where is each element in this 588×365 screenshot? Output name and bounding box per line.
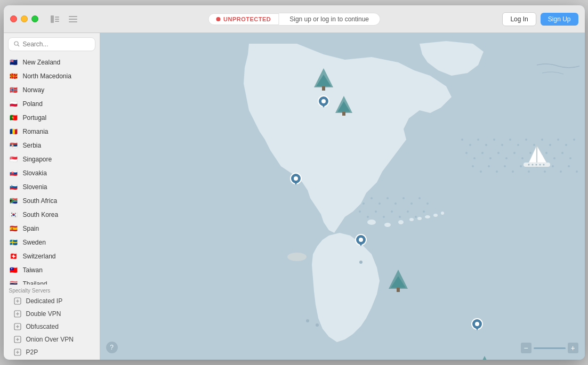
menu-icon[interactable]	[66, 14, 80, 25]
minimize-button[interactable]	[21, 15, 28, 22]
svg-point-31	[509, 139, 511, 141]
svg-rect-108	[342, 112, 345, 116]
fullscreen-button[interactable]	[31, 15, 38, 22]
specialty-item[interactable]: Dedicated IP	[9, 295, 94, 307]
country-item[interactable]: 🇵🇹 Portugal	[5, 111, 99, 125]
svg-point-52	[561, 152, 563, 154]
svg-rect-6	[69, 21, 77, 22]
traffic-lights	[10, 15, 38, 22]
sidebar: 🇳🇿 New Zealand 🇲🇰 North Macedonia 🇳🇴 Nor…	[4, 33, 100, 360]
svg-point-79	[367, 216, 369, 218]
svg-point-74	[402, 197, 405, 199]
flag-icon: 🇳🇴	[9, 85, 19, 95]
svg-point-58	[504, 165, 506, 167]
country-item[interactable]: 🇸🇬 Singapore	[5, 152, 99, 166]
svg-point-41	[473, 157, 476, 159]
country-item[interactable]: 🇪🇸 Spain	[5, 222, 99, 236]
search-input[interactable]	[23, 40, 90, 48]
country-name: Slovakia	[23, 169, 47, 177]
svg-point-67	[576, 171, 578, 173]
svg-point-29	[493, 139, 495, 141]
zoom-out-button[interactable]: −	[521, 343, 531, 353]
specialty-item[interactable]: Onion Over VPN	[9, 333, 94, 346]
svg-point-120	[359, 238, 363, 242]
svg-point-7	[14, 42, 18, 45]
search-icon	[14, 41, 20, 48]
specialty-section: Specialty Servers Dedicated IP Double VP…	[4, 285, 100, 360]
svg-point-118	[294, 176, 298, 181]
titlebar-center: UNPROTECTED Sign up or log in to continu…	[208, 13, 380, 26]
svg-point-33	[525, 139, 527, 141]
svg-point-85	[415, 216, 417, 218]
svg-point-40	[465, 152, 468, 154]
country-item[interactable]: 🇿🇦 South Africa	[5, 194, 99, 208]
country-name: New Zealand	[23, 59, 61, 66]
country-item[interactable]: 🇸🇰 Slovakia	[5, 166, 99, 180]
signup-button[interactable]: Sign Up	[541, 13, 578, 26]
country-name: Slovenia	[23, 183, 47, 191]
close-button[interactable]	[10, 15, 17, 22]
svg-point-39	[573, 139, 575, 141]
unprotected-badge: UNPROTECTED	[208, 13, 279, 25]
country-item[interactable]: 🇵🇱 Poland	[5, 97, 99, 111]
svg-point-48	[529, 152, 531, 154]
zoom-in-button[interactable]: +	[568, 343, 578, 353]
svg-point-43	[489, 157, 492, 159]
svg-rect-3	[55, 21, 59, 22]
svg-point-99	[531, 164, 533, 166]
flag-icon: 🇳🇿	[9, 58, 19, 67]
flag-icon: 🇷🇸	[9, 141, 19, 150]
country-item[interactable]: 🇷🇴 Romania	[5, 125, 99, 139]
country-item[interactable]: 🇳🇿 New Zealand	[5, 55, 99, 69]
country-item[interactable]: 🇸🇪 Sweden	[5, 236, 99, 249]
country-name: South Korea	[23, 211, 59, 218]
specialty-item[interactable]: P2P	[9, 346, 94, 359]
flag-icon: 🇸🇬	[9, 155, 19, 164]
country-item[interactable]: 🇷🇸 Serbia	[5, 139, 99, 152]
country-name: Norway	[23, 86, 45, 94]
svg-point-71	[378, 202, 381, 205]
titlebar-left-icons	[48, 14, 80, 25]
country-item[interactable]: 🇹🇭 Thailand	[5, 277, 99, 285]
zoom-controls: − +	[521, 343, 578, 353]
svg-point-32	[517, 144, 519, 146]
svg-point-64	[552, 165, 554, 167]
svg-point-98	[528, 164, 529, 166]
specialty-icon	[13, 310, 22, 318]
titlebar: UNPROTECTED Sign up or log in to continu…	[4, 5, 585, 33]
svg-point-26	[469, 144, 471, 146]
login-button[interactable]: Log In	[502, 12, 536, 26]
svg-point-66	[568, 165, 570, 167]
specialty-name: P2P	[26, 348, 38, 356]
svg-point-38	[565, 144, 567, 146]
specialty-item[interactable]: Obfuscated	[9, 320, 94, 333]
svg-point-37	[557, 139, 559, 141]
country-item[interactable]: 🇳🇴 Norway	[5, 83, 99, 97]
country-item[interactable]: 🇹🇼 Taiwan	[5, 263, 99, 277]
svg-point-45	[505, 157, 508, 159]
svg-point-90	[409, 218, 414, 221]
country-item[interactable]: 🇰🇷 South Korea	[5, 208, 99, 222]
sidebar-toggle-icon[interactable]	[48, 14, 62, 25]
country-name: Portugal	[23, 114, 47, 121]
svg-point-82	[391, 210, 393, 213]
country-item[interactable]: 🇸🇮 Slovenia	[5, 180, 99, 194]
svg-rect-2	[55, 19, 59, 20]
svg-rect-105	[322, 86, 325, 91]
map-area: ? − +	[100, 33, 585, 360]
flag-icon: 🇨🇭	[9, 252, 19, 261]
svg-point-50	[545, 152, 547, 154]
search-box[interactable]	[8, 37, 95, 51]
svg-point-55	[480, 171, 482, 173]
svg-point-51	[553, 157, 555, 159]
help-button[interactable]: ?	[106, 342, 118, 353]
svg-point-102	[543, 164, 544, 166]
specialty-section-title: Specialty Servers	[9, 288, 94, 294]
country-item[interactable]: 🇨🇭 Switzerland	[5, 249, 99, 263]
svg-point-46	[513, 152, 515, 154]
country-item[interactable]: 🇲🇰 North Macedonia	[5, 69, 99, 83]
svg-point-81	[383, 216, 385, 218]
specialty-item[interactable]: Double VPN	[9, 307, 94, 320]
main-content: 🇳🇿 New Zealand 🇲🇰 North Macedonia 🇳🇴 Nor…	[4, 33, 585, 360]
svg-point-54	[472, 165, 474, 167]
